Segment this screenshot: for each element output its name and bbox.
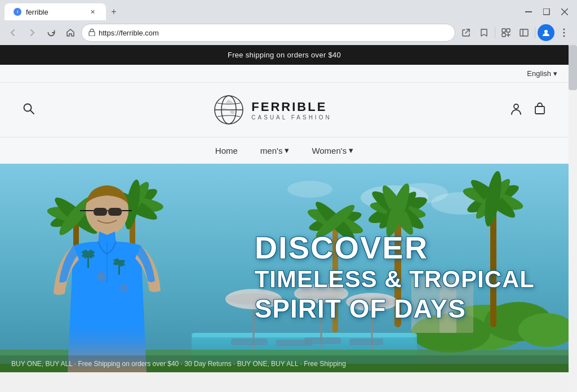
svg-rect-4 [89,32,95,36]
svg-point-13 [563,32,565,34]
svg-rect-7 [507,29,510,32]
logo-tagline-text: CASUAL FASHION [251,114,331,121]
svg-rect-21 [535,106,544,114]
chevron-down-icon: ▾ [349,145,353,155]
svg-rect-9 [520,29,528,36]
nav-item-womens[interactable]: Women's ▾ [312,145,353,155]
window-controls [521,4,572,20]
tab-favicon: f [14,8,21,16]
hero-headline-3: SPIRIT OF DAYS [255,293,535,324]
announcement-text: Free shipping on orders over $40 [228,51,341,59]
forward-button[interactable] [24,24,41,41]
toolbar: https://ferrible.com [0,20,577,45]
logo-text: FERRIBLE CASUAL FASHION [251,100,331,121]
hero-headline-1: DISCOVER [255,230,535,265]
svg-rect-73 [304,337,341,344]
hero-text: DISCOVER TIMELESS & TROPICAL SPIRIT OF D… [255,230,535,324]
svg-rect-61 [192,333,417,337]
header-left-icons [23,103,35,118]
header-right-icons [510,103,546,118]
cart-button[interactable] [534,103,546,118]
title-bar: f ferrible ✕ + [0,0,577,20]
logo-brand-name: FERRIBLE [251,100,331,114]
refresh-button[interactable] [43,24,60,41]
announcement-bar: Free shipping on orders over $40 [0,45,569,65]
svg-point-20 [514,104,518,109]
svg-point-26 [287,181,332,198]
search-button[interactable] [23,103,35,118]
site-header: FERRIBLE CASUAL FASHION [0,83,569,137]
bottom-strip-text: BUY ONE, BUY ALL · Free Shipping on orde… [11,360,346,368]
minimize-button[interactable] [521,4,536,20]
content-area: Free shipping on orders over $40 English… [0,45,577,392]
bottom-strip: BUY ONE, BUY ALL · Free Shipping on orde… [0,355,569,372]
maximize-button[interactable] [539,4,554,20]
tab-bar: f ferrible ✕ + [5,3,122,20]
menu-button[interactable] [556,24,572,41]
address-bar[interactable]: https://ferrible.com [81,24,455,42]
svg-line-5 [465,29,469,33]
svg-rect-74 [349,338,383,345]
svg-rect-6 [502,29,505,32]
bookmark-button[interactable] [476,24,492,41]
hero-section: DISCOVER TIMELESS & TROPICAL SPIRIT OF D… [0,164,569,372]
active-tab[interactable]: f ferrible ✕ [5,3,106,20]
website: Free shipping on orders over $40 English… [0,45,569,392]
tab-close-button[interactable]: ✕ [88,7,97,16]
logo-globe-icon [213,94,245,126]
site-navigation: Home men's ▾ Women's ▾ [0,137,569,164]
svg-point-14 [563,35,565,37]
toolbar-right [458,24,572,41]
logo-container[interactable]: FERRIBLE CASUAL FASHION [35,94,510,126]
language-selector[interactable]: English ▾ [527,69,557,78]
svg-rect-80 [94,208,107,216]
new-tab-button[interactable]: + [106,4,122,20]
toolbar-divider2 [535,27,535,38]
scrollbar-thumb[interactable] [569,45,577,90]
nav-item-mens[interactable]: men's ▾ [260,145,290,155]
home-button[interactable] [62,24,79,41]
back-button[interactable] [5,24,21,41]
scrollbar-track[interactable] [569,45,577,392]
lock-icon [88,28,95,38]
hero-person [34,181,180,372]
chevron-down-icon: ▾ [553,69,557,78]
profile-button[interactable] [538,24,554,41]
language-bar: English ▾ [0,65,569,83]
sidebar-button[interactable] [516,24,532,41]
share-button[interactable] [458,24,474,41]
url-text: https://ferrible.com [99,29,159,37]
svg-point-12 [563,29,565,30]
svg-rect-81 [108,208,122,216]
tab-title: ferrible [26,8,48,16]
extensions-button[interactable] [498,24,514,41]
svg-point-11 [544,30,548,33]
browser-chrome: f ferrible ✕ + [0,0,577,45]
language-label: English [527,69,551,78]
hero-headline-2: TIMELESS & TROPICAL [255,265,535,293]
svg-line-16 [30,110,34,114]
account-button[interactable] [510,103,522,118]
svg-rect-1 [543,8,549,15]
svg-rect-71 [231,338,268,345]
nav-item-home[interactable]: Home [215,145,238,155]
close-button[interactable] [557,4,572,20]
toolbar-divider [495,27,495,38]
svg-rect-8 [502,33,505,37]
chevron-down-icon: ▾ [285,145,289,155]
svg-rect-0 [525,11,532,12]
